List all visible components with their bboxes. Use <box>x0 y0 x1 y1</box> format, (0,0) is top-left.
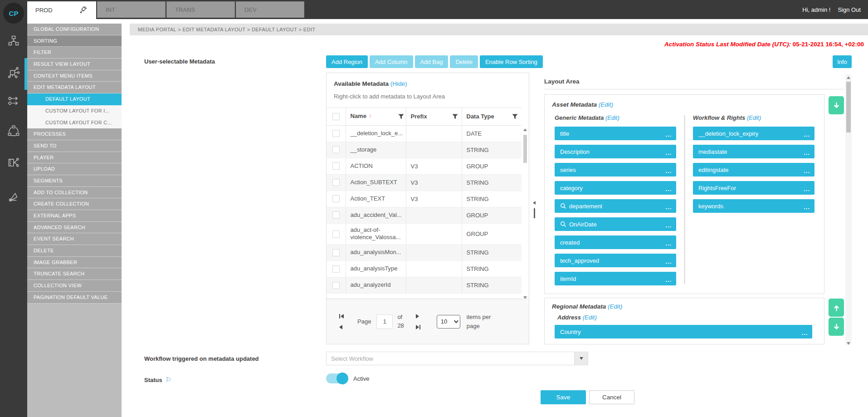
enable-row-sorting-button[interactable]: Enable Row Sorting <box>480 55 543 68</box>
sidebar-item-processes[interactable]: PROCESSES <box>27 128 122 140</box>
sidebar-item-filter[interactable]: FILTER <box>27 47 122 59</box>
metadata-chip-created[interactable]: created... <box>555 235 676 249</box>
table-row[interactable]: adu_act-of-violence_Valossa...GROUP <box>327 223 522 245</box>
sidebar-item-create-collection[interactable]: CREATE COLLECTION <box>27 198 122 210</box>
edit-link[interactable]: (Edit) <box>605 114 619 121</box>
sidebar-item-default-layout[interactable]: DEFAULT LAYOUT <box>27 93 122 105</box>
row-checkbox[interactable] <box>332 231 340 238</box>
chip-menu-button[interactable]: ... <box>665 167 672 174</box>
chip-menu-button[interactable]: ... <box>665 258 672 265</box>
table-row[interactable]: adu_accident_Val...GROUP <box>327 207 522 223</box>
metadata-chip-mediastate[interactable]: mediastate... <box>693 145 814 158</box>
sidebar-item-add-to-collection[interactable]: ADD TO COLLECTION <box>27 187 122 199</box>
save-button[interactable]: Save <box>541 390 586 404</box>
row-checkbox[interactable] <box>332 130 340 137</box>
media-editing-icon[interactable] <box>6 155 21 171</box>
filter-icon[interactable] <box>452 114 458 119</box>
sidebar-item-player[interactable]: PLAYER <box>27 152 122 164</box>
edit-link[interactable]: (Edit) <box>599 101 613 108</box>
column-header-datatype[interactable]: Data Type <box>462 108 522 125</box>
env-tab-int[interactable]: INT <box>97 1 166 18</box>
sidebar-item-edit-metadata-layout[interactable]: EDIT METADATA LAYOUT <box>27 82 122 93</box>
row-checkbox[interactable] <box>332 249 340 256</box>
previous-page-button[interactable] <box>339 325 344 329</box>
collection-cycle-icon[interactable] <box>6 123 21 139</box>
scrollbar-thumb[interactable] <box>846 82 851 132</box>
segment-tool-icon[interactable] <box>6 188 21 204</box>
edit-link[interactable]: (Edit) <box>747 114 761 121</box>
toggle-knob[interactable] <box>336 373 348 384</box>
table-row[interactable]: __deletion_lock_e...DATE <box>327 125 522 142</box>
move-region-down-button[interactable] <box>829 96 844 114</box>
chip-menu-button[interactable]: ... <box>665 276 672 283</box>
chip-menu-button[interactable]: ... <box>804 186 810 192</box>
last-page-button[interactable] <box>416 325 420 329</box>
sidebar-item-upload[interactable]: UPLOAD <box>27 163 122 175</box>
table-row[interactable]: adu_analysisMon...STRING <box>327 245 522 261</box>
row-checkbox[interactable] <box>332 265 340 273</box>
env-tab-dev[interactable]: DEV <box>236 1 304 18</box>
metadata-chip-deletion-lock-expiry[interactable]: __deletion_lock_expiry... <box>693 127 814 140</box>
table-scrollbar[interactable] <box>522 128 528 299</box>
move-region-up-button[interactable] <box>829 299 844 317</box>
sidebar-item-advanced-search[interactable]: ADVANCED SEARCH <box>27 222 122 234</box>
metadata-chip-departement[interactable]: departement... <box>555 199 676 213</box>
column-header-prefix[interactable]: Prefix <box>406 108 462 125</box>
metadata-chip-category[interactable]: category... <box>555 181 676 195</box>
row-checkbox[interactable] <box>332 179 340 186</box>
sidebar-item-segments[interactable]: SEGMENTS <box>27 175 122 187</box>
info-button[interactable]: Info <box>833 55 852 68</box>
sidebar-item-pagination-default-value[interactable]: PAGINATION DEFAULT VALUE <box>27 292 122 304</box>
sidebar-item-event-search[interactable]: EVENT SEARCH <box>27 233 122 245</box>
metadata-chip-keywords[interactable]: keywords... <box>693 199 814 213</box>
add-region-button[interactable]: Add Region <box>326 55 368 68</box>
assets-cubes-icon[interactable] <box>6 33 21 49</box>
table-row[interactable]: adu_analysisTypeSTRING <box>327 261 522 277</box>
edit-link[interactable]: (Edit) <box>608 303 622 310</box>
sidebar-item-result-view-layout[interactable]: RESULT VIEW LAYOUT <box>27 59 122 70</box>
filter-icon[interactable] <box>512 114 518 119</box>
metadata-chip-series[interactable]: series... <box>555 163 676 177</box>
sidebar-item-external-apps[interactable]: EXTERNAL APPS <box>27 210 122 222</box>
metadata-chip-country[interactable]: Country... <box>555 325 812 339</box>
sidebar-item-collection-view[interactable]: COLLECTION VIEW <box>27 280 122 292</box>
add-column-button[interactable]: Add Column <box>370 55 413 68</box>
scrollbar-thumb[interactable] <box>523 135 527 163</box>
env-tab-prod[interactable]: PROD <box>27 1 96 19</box>
status-toggle[interactable] <box>326 373 347 383</box>
chip-menu-button[interactable]: ... <box>665 149 672 156</box>
add-bag-button[interactable]: Add Bag <box>415 55 449 68</box>
metadata-network-icon[interactable] <box>6 65 21 80</box>
table-row[interactable]: Action_SUBTEXTV3STRING <box>327 174 522 191</box>
chip-menu-button[interactable]: ... <box>804 167 810 174</box>
first-page-button[interactable] <box>339 314 344 319</box>
next-page-button[interactable] <box>416 314 420 319</box>
delete-button[interactable]: Delete <box>450 55 478 68</box>
chip-menu-button[interactable]: ... <box>804 204 810 211</box>
metadata-chip-title[interactable]: title... <box>555 127 676 140</box>
metadata-chip-editingstate[interactable]: editingstate... <box>693 163 814 177</box>
sidebar-item-image-grabber[interactable]: IMAGE GRABBER <box>27 257 122 269</box>
row-checkbox[interactable] <box>332 282 340 289</box>
scroll-up-icon[interactable] <box>847 76 850 79</box>
metadata-chip-description[interactable]: Description... <box>555 145 676 158</box>
row-checkbox[interactable] <box>332 146 340 153</box>
filter-icon[interactable] <box>398 114 404 119</box>
panel-splitter[interactable] <box>532 73 537 344</box>
chip-menu-button[interactable]: ... <box>665 222 672 229</box>
env-tab-trans[interactable]: TRANS <box>166 1 235 18</box>
sidebar-item-send-to[interactable]: SEND TO <box>27 140 122 152</box>
splitter-handle[interactable] <box>534 208 535 218</box>
metadata-chip-tech-approved[interactable]: tech_approved... <box>555 254 676 267</box>
metadata-chip-rightsfreefor[interactable]: RightsFreeFor... <box>693 181 814 195</box>
column-header-name[interactable]: Name ↑ <box>346 108 406 125</box>
sidebar-item-delete[interactable]: DELETE <box>27 245 122 257</box>
sidebar-item-custom-layout-for-i[interactable]: CUSTOM LAYOUT FOR I... <box>27 105 122 117</box>
sidebar-item-sorting[interactable]: SORTING <box>27 35 122 47</box>
row-checkbox[interactable] <box>332 162 340 170</box>
chip-menu-button[interactable]: ... <box>665 204 672 211</box>
app-logo[interactable]: CP <box>3 3 24 24</box>
chip-menu-button[interactable]: ... <box>804 149 810 156</box>
sidebar-item-context-menu-items[interactable]: CONTEXT MENU ITEMS <box>27 70 122 82</box>
scroll-down-icon[interactable] <box>847 342 850 345</box>
